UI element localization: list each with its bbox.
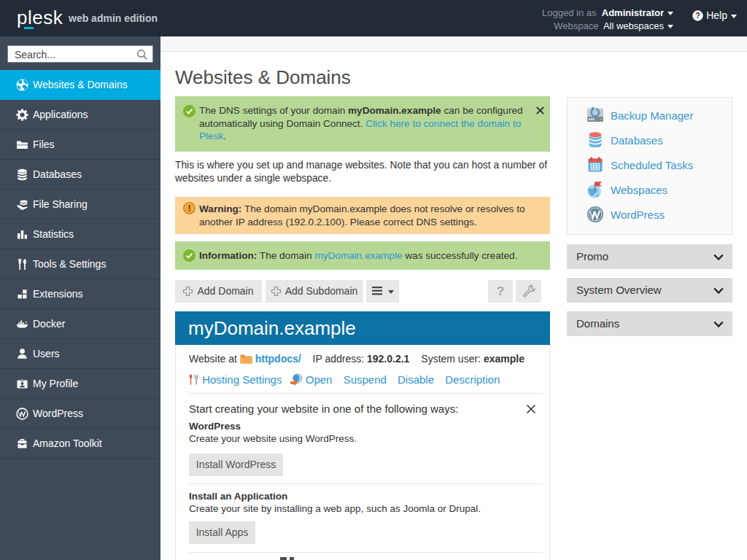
svg-text:!: ! [187,203,190,214]
svg-text:?: ? [696,11,700,20]
